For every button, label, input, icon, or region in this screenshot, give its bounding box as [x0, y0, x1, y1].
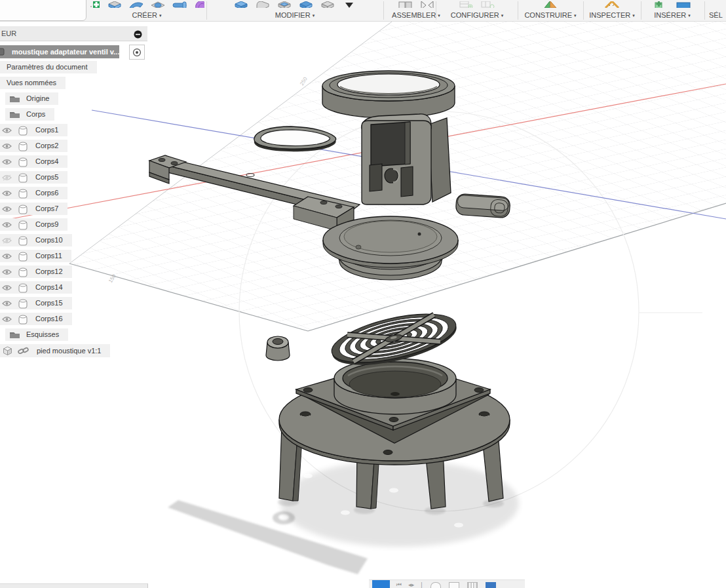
- new-component-icon[interactable]: [398, 0, 413, 8]
- linked-component-row[interactable]: pied moustique v1:1: [0, 344, 110, 357]
- timeline-list-icon[interactable]: [467, 582, 478, 588]
- eye-hidden-icon[interactable]: [0, 237, 12, 244]
- construction-plane-icon[interactable]: [543, 0, 558, 8]
- timeline-option-icon[interactable]: [486, 582, 496, 588]
- browser-bottom-strip: [0, 583, 148, 588]
- revolve-icon[interactable]: [150, 0, 166, 8]
- body-knob[interactable]: [266, 336, 290, 361]
- shell-icon[interactable]: [277, 0, 292, 8]
- body-row-corps1[interactable]: Corps1: [0, 124, 67, 136]
- eye-visible-icon[interactable]: [0, 206, 12, 212]
- eye-hidden-icon[interactable]: [0, 174, 12, 181]
- viewport-3d[interactable]: 150 250: [0, 0, 726, 588]
- collapse-browser-button[interactable]: [134, 29, 142, 43]
- modify-menu[interactable]: MODIFIER▾: [208, 11, 381, 19]
- body-pill-block[interactable]: [455, 193, 510, 218]
- folder-icon: [9, 94, 20, 103]
- eye-visible-icon[interactable]: [0, 190, 12, 197]
- select-menu[interactable]: SÉL: [709, 11, 726, 19]
- body-row-corps4[interactable]: Corps4: [0, 155, 67, 168]
- body-row-corps15[interactable]: Corps15: [0, 297, 72, 309]
- form-icon[interactable]: [193, 0, 205, 8]
- body-row-corps7[interactable]: Corps7: [0, 203, 67, 215]
- body-electronics-case[interactable]: [362, 114, 451, 205]
- body-cylinder-icon: [12, 188, 28, 199]
- eye-visible-icon[interactable]: [0, 127, 12, 134]
- body-row-corps11[interactable]: Corps11: [0, 250, 71, 262]
- body-cylinder-icon: [12, 267, 28, 277]
- toolbar-group-configure: CONFIGURER▾: [438, 0, 516, 21]
- file-tab[interactable]: [0, 0, 86, 21]
- browser-header[interactable]: EUR: [0, 26, 147, 41]
- timeline-loop-icon[interactable]: [430, 582, 441, 588]
- origin-folder[interactable]: Origine: [5, 92, 58, 105]
- insert-mesh-icon[interactable]: [676, 0, 691, 8]
- insert-menu[interactable]: INSÉRER▾: [643, 11, 702, 19]
- joint-icon[interactable]: [419, 0, 435, 8]
- configure-variant-icon[interactable]: [480, 0, 496, 8]
- browser-title: EUR: [1, 29, 16, 37]
- eye-visible-icon[interactable]: [0, 300, 12, 307]
- document-settings-item[interactable]: Paramètres du document: [0, 61, 97, 73]
- create-menu[interactable]: CRÉER▾: [89, 11, 204, 19]
- eye-visible-icon[interactable]: [0, 159, 12, 165]
- eye-visible-icon[interactable]: [0, 316, 12, 323]
- named-views-item[interactable]: Vues nommées: [0, 77, 66, 89]
- press-pull-icon[interactable]: [233, 0, 249, 8]
- toolbar-group-construct: CONSTRUIRE▾: [520, 0, 581, 21]
- body-row-corps14[interactable]: Corps14: [0, 281, 72, 294]
- body-cylinder-icon: [12, 172, 28, 183]
- extrude-icon[interactable]: [107, 0, 123, 8]
- body-row-corps12[interactable]: Corps12: [0, 265, 72, 278]
- component-icon: [0, 47, 5, 56]
- body-row-corps2[interactable]: Corps2: [0, 140, 67, 152]
- configure-menu[interactable]: CONFIGURER▾: [438, 11, 516, 19]
- eye-visible-icon[interactable]: [0, 269, 12, 275]
- dropdown-arrow-icon[interactable]: [341, 0, 357, 8]
- timeline-play-button[interactable]: [372, 580, 390, 588]
- toolbar-group-select: SÉL: [709, 0, 726, 21]
- body-row-corps6[interactable]: Corps6: [0, 187, 67, 199]
- stand-shadow: [278, 460, 519, 547]
- eye-visible-icon[interactable]: [0, 284, 12, 291]
- browser-root-document[interactable]: moustique adaptateur ventil v...: [0, 45, 119, 58]
- bodies-folder[interactable]: Corps: [5, 108, 54, 121]
- combine-icon[interactable]: [298, 0, 314, 8]
- pipe-icon[interactable]: [172, 0, 187, 8]
- body-cylinder-icon: [12, 251, 28, 262]
- inspect-menu[interactable]: INSPECTER▾: [585, 11, 639, 19]
- measure-icon[interactable]: [604, 0, 620, 8]
- body-row-corps5[interactable]: Corps5: [0, 171, 67, 184]
- offset-face-icon[interactable]: [320, 0, 335, 8]
- timeline-bar: ⏮ ◂▸ |: [369, 579, 525, 588]
- body-row-corps16[interactable]: Corps16: [0, 313, 72, 325]
- body-large-ring[interactable]: [322, 71, 455, 118]
- eye-visible-icon[interactable]: [0, 253, 12, 260]
- body-cylinder-icon: [12, 298, 28, 309]
- configure-table-icon[interactable]: [459, 0, 474, 8]
- folder-icon: [9, 330, 20, 339]
- body-cylinder-icon: [12, 157, 28, 167]
- body-cylinder-icon: [12, 220, 28, 230]
- body-cylinder-icon: [12, 283, 28, 293]
- timeline-divider-icon: |: [421, 581, 422, 588]
- eye-visible-icon[interactable]: [0, 143, 12, 149]
- toolbar-group-insert: INSÉRER▾: [643, 0, 702, 21]
- root-document-label: moustique adaptateur ventil v...: [12, 46, 119, 58]
- create-sketch-icon[interactable]: [89, 0, 101, 8]
- construct-menu[interactable]: CONSTRUIRE▾: [520, 11, 581, 19]
- chevron-down-icon: ▾: [313, 13, 315, 18]
- sweep-icon[interactable]: [128, 0, 144, 8]
- body-cylinder-icon: [12, 235, 28, 246]
- sketches-folder[interactable]: Esquisses: [5, 328, 68, 341]
- body-collar-ring[interactable]: [334, 359, 456, 414]
- fillet-icon[interactable]: [255, 0, 271, 8]
- body-row-corps9[interactable]: Corps9: [0, 218, 67, 231]
- timeline-frame-icon[interactable]: [449, 582, 459, 588]
- timeline-step-icon[interactable]: ◂▸: [408, 581, 414, 588]
- insert-derive-icon[interactable]: [654, 0, 670, 8]
- activate-component-radio[interactable]: [129, 45, 145, 60]
- timeline-marker-icon[interactable]: ⏮: [396, 581, 402, 588]
- eye-visible-icon[interactable]: [0, 222, 12, 228]
- body-row-corps10[interactable]: Corps10: [0, 234, 72, 246]
